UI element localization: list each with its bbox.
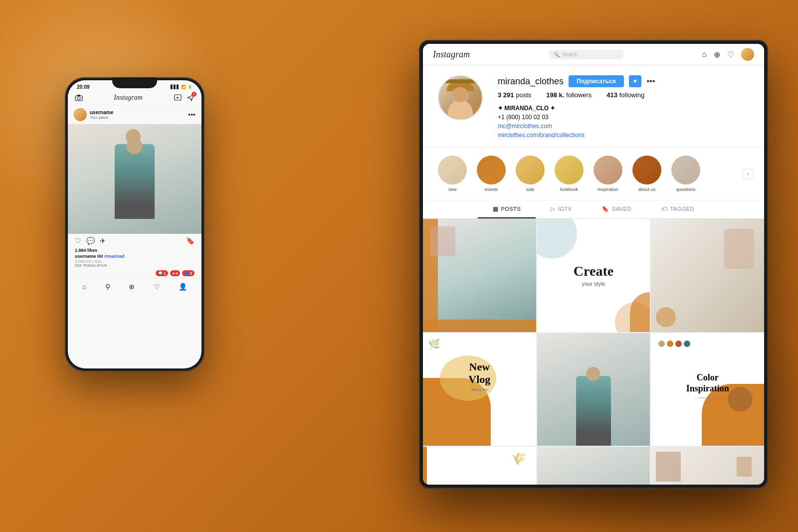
tab-saved[interactable]: 🔖 SAVED	[587, 200, 646, 218]
posts-stat[interactable]: 3 291 posts	[498, 91, 531, 99]
story-lookbook[interactable]: lookbook	[555, 156, 584, 192]
post-location: Your place	[90, 115, 113, 120]
ig-stories: new events sale lookbook inspiration abo…	[423, 148, 764, 200]
nav-heart-icon[interactable]: ♡	[154, 283, 160, 291]
story-circle-questions	[671, 156, 700, 184]
igtv-tab-icon: ▷	[551, 205, 556, 212]
post-username: username	[90, 110, 113, 115]
profile-avatar-top[interactable]	[741, 48, 754, 61]
wifi-icon: 📶	[181, 85, 186, 89]
posts-tab-icon: ▦	[493, 205, 499, 212]
grid-item-2[interactable]: Create your style	[537, 219, 650, 332]
profile-info: miranda_clothes Подписаться ▼ ••• 3 291 …	[498, 75, 749, 140]
story-circle-inspiration	[594, 156, 622, 184]
ig-topbar-icons: ⌂ ⊕ ♡	[702, 48, 754, 61]
notification-badge: 1	[192, 92, 197, 97]
grid-item-6[interactable]: ColorInspiration — link in bio —	[651, 333, 764, 446]
send-icon[interactable]: 1	[187, 94, 195, 102]
comment-notif-icon: 💬	[158, 271, 163, 275]
tab-igtv-label: IGTV	[558, 206, 572, 212]
story-about[interactable]: about us	[632, 156, 661, 192]
nav-add-icon[interactable]: ⊕	[129, 283, 135, 291]
notification-bubbles: 💬 1 ♥ 9 👤 5	[68, 269, 201, 278]
create-heading: Create	[574, 264, 613, 279]
post-time: 3 MINUTES AGO	[68, 260, 201, 264]
color-inspiration-heading: ColorInspiration	[651, 372, 764, 394]
nav-search-icon[interactable]: ⚲	[105, 283, 110, 291]
nav-profile-icon[interactable]: 👤	[179, 283, 187, 291]
follow-notif-count: 5	[190, 272, 192, 275]
story-events[interactable]: events	[477, 156, 506, 192]
tab-saved-label: SAVED	[612, 206, 631, 212]
tab-posts-label: POSTS	[501, 206, 521, 212]
story-sale[interactable]: sale	[516, 156, 545, 192]
create-subtext: your style	[574, 281, 613, 287]
posts-count: 3 291	[498, 91, 514, 99]
like-notif: ♥ 9	[170, 270, 180, 276]
ig-search-bar[interactable]: 🔍 Search	[549, 50, 623, 59]
story-circle-about	[632, 156, 661, 184]
follow-notif: 👤 5	[182, 270, 195, 276]
phone-status-icons: ▋▋▋ 📶 🔋	[171, 85, 193, 89]
follow-dropdown[interactable]: ▼	[629, 75, 642, 87]
phone-ig-header: Instagram 1	[68, 91, 201, 105]
grid-item-9[interactable]	[651, 447, 764, 485]
post-likes: 1.984 likes	[68, 248, 201, 254]
following-label: following	[619, 91, 645, 99]
home-icon[interactable]: ⌂	[702, 50, 707, 59]
stories-next-button[interactable]: ›	[742, 168, 754, 180]
saved-tab-icon: 🔖	[601, 205, 609, 212]
follow-notif-icon: 👤	[185, 271, 189, 275]
followers-count: 198 k.	[546, 91, 564, 99]
grid-item-1[interactable]	[423, 219, 536, 332]
like-icon[interactable]: ♡	[75, 237, 81, 245]
story-questions[interactable]: questions	[671, 156, 700, 192]
tab-posts[interactable]: ▦ POSTS	[478, 200, 536, 218]
story-label-events: events	[485, 187, 498, 192]
grid-item-8[interactable]	[537, 447, 650, 485]
more-icon[interactable]: •••	[188, 111, 196, 119]
comment-icon[interactable]: 💬	[86, 237, 95, 245]
story-inspiration[interactable]: inspiration	[594, 156, 622, 192]
tab-igtv[interactable]: ▷ IGTV	[536, 200, 587, 218]
color-inspiration-link: — link in bio —	[651, 396, 764, 400]
phone-post-actions: ♡ 💬 ✈ 🔖	[68, 234, 201, 248]
battery-icon: 🔋	[188, 85, 193, 89]
more-options-icon[interactable]: •••	[646, 77, 655, 86]
profile-username: miranda_clothes	[498, 76, 564, 87]
tab-tagged[interactable]: 🏷 TAGGED	[646, 200, 709, 218]
share-icon[interactable]: ✈	[100, 237, 106, 245]
bio-email[interactable]: mc@mirclothes.com	[498, 122, 749, 131]
profile-top-row: miranda_clothes Подписаться ▼ •••	[498, 75, 749, 87]
bio-name: ✦ MIRANDA_CLO ✦	[498, 104, 749, 113]
igtv-icon[interactable]	[174, 94, 182, 102]
phone-ig-icons: 1	[174, 94, 195, 102]
heart-icon[interactable]: ♡	[727, 50, 734, 59]
story-label-sale: sale	[526, 187, 535, 192]
grid-item-7[interactable]: 🌾 Shop	[423, 447, 536, 485]
post-action-left: ♡ 💬 ✈	[75, 237, 106, 245]
nav-home-icon[interactable]: ⌂	[82, 283, 86, 291]
save-icon[interactable]: 🔖	[186, 237, 195, 245]
grid-item-5[interactable]	[537, 333, 650, 446]
grid-item-4[interactable]: 🌿 NewVlog link in bio	[423, 333, 536, 446]
tab-tagged-label: TAGGED	[670, 206, 694, 212]
bio-website[interactable]: mirclothes.com/brand/collections	[498, 131, 749, 140]
explore-icon[interactable]: ⊕	[714, 50, 720, 59]
story-label-new: new	[448, 187, 457, 192]
phone-time: 20:09	[77, 84, 90, 90]
follow-button[interactable]: Подписаться	[569, 75, 623, 87]
comment-notif-count: 1	[164, 272, 166, 275]
like-notif-count: 9	[176, 272, 178, 275]
profile-avatar	[438, 75, 483, 120]
grid-item-3[interactable]	[651, 219, 764, 332]
see-translation[interactable]: SEE TRANSLATION	[68, 264, 201, 269]
story-label-about: about us	[638, 187, 656, 192]
post-avatar[interactable]	[74, 108, 87, 121]
ig-post-grid: Create your style 🌿 NewVlog link i	[423, 219, 764, 485]
camera-icon[interactable]	[75, 94, 83, 102]
story-new[interactable]: new	[438, 156, 467, 192]
following-stat[interactable]: 413 following	[606, 91, 644, 99]
followers-stat[interactable]: 198 k. followers	[546, 91, 592, 99]
svg-rect-2	[77, 95, 80, 96]
